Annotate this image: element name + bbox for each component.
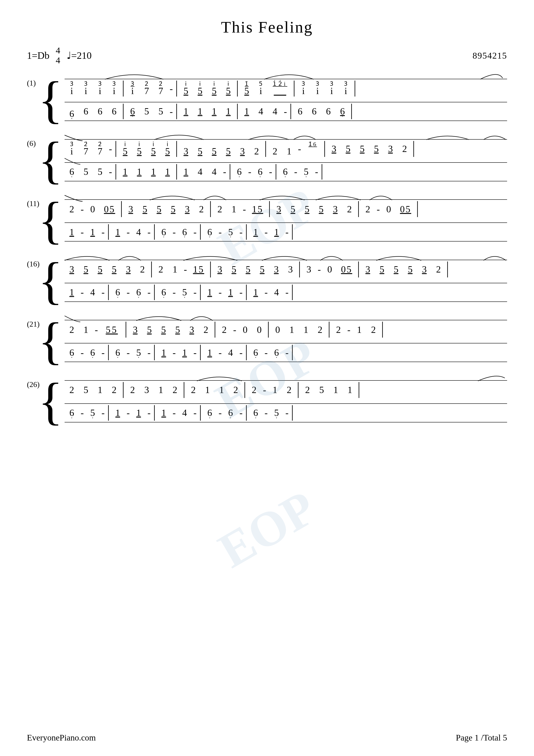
dash-s5-u3: - [347, 324, 350, 335]
note-s4-u10: 3 [214, 264, 226, 275]
note-s4-u12: 5 [242, 264, 254, 275]
note-s5-u4: 3 [129, 325, 141, 335]
dash-s2-l5: - [294, 166, 297, 177]
note-s4-l8: 1 [224, 287, 237, 297]
note-s3-u19: 2 [362, 204, 374, 214]
note-s3-l9: 1 [249, 227, 262, 237]
note-s4-u3: 5 [94, 264, 106, 275]
barline-s4-l3 [200, 284, 201, 300]
dash-s6-l6: - [193, 407, 196, 418]
note-s6-u3: 1 [94, 385, 106, 395]
brace-2: { [38, 139, 63, 182]
note-s1-u1: 3̇i [65, 81, 78, 96]
dash-s4-l2: - [101, 287, 105, 298]
dash-s6-l4: - [147, 407, 150, 418]
note-s4-l7: 1 [203, 287, 216, 297]
barline-s5-l3 [200, 345, 201, 360]
note-s2-u2: 2̇7 [80, 141, 92, 156]
barline-s2-4 [324, 141, 325, 157]
barline-s5-2 [215, 322, 215, 338]
note-s6-u1: 2 [65, 385, 78, 395]
barline-s4-2 [210, 261, 211, 278]
slur-s6-1 [197, 373, 242, 382]
dash-s5-l4: - [147, 347, 150, 358]
note-s2-l11: 6· [233, 167, 245, 177]
note-s2-u20: 5 [370, 144, 382, 154]
system-6: (26) { 2 5 1 [27, 380, 507, 423]
system-2: (6) { 3̇i 2̇7 [27, 139, 507, 182]
system-4-lower: 1 - 4 - 6· - 6· - 6· - 5· - [64, 283, 507, 302]
brace-4: { [38, 260, 63, 302]
note-s2-l8: 1 [180, 167, 192, 177]
note-s4-u11: 5 [228, 264, 240, 275]
barline-s5-lend [292, 345, 293, 360]
system-3-upper: 2 - 0 05 3 5 5 5 3 2 2 1 - [64, 199, 507, 218]
tempo: ♩=210 [66, 50, 92, 61]
dash-s3-u2: - [243, 204, 246, 215]
dash-s6-u1: - [263, 385, 266, 395]
dash-s4-l3: - [126, 287, 130, 298]
note-s3-u15: 5 [301, 204, 313, 214]
note-s6-l7: 6· [203, 408, 216, 418]
dash-s5-l9: - [265, 347, 267, 358]
note-s1-u10: i̇5 [208, 81, 220, 96]
barline-s6-l3 [200, 405, 201, 421]
note-s6-u13: 2 [248, 385, 260, 395]
dash-s3-l3: - [126, 227, 130, 237]
note-s3-u16: 5 [315, 204, 327, 214]
note-s2-u8: 3 [180, 141, 192, 156]
note-s6-u16: 2 [301, 385, 314, 395]
dash-s4-l6: - [193, 287, 196, 298]
barline-s6-2 [184, 382, 184, 398]
note-s3-u13: 3 [272, 204, 285, 214]
note-s2-u16-group: 1̇6 [304, 141, 321, 156]
key-signature: 1=Db [27, 50, 50, 61]
note-s3-u6: 5 [153, 204, 165, 214]
note-s5-l8: 4 [224, 347, 237, 358]
system-3-lower: 1 - 1 - 1 - 4 - 6· - 6· - [64, 223, 507, 242]
dash-s3-l1: - [81, 227, 84, 237]
note-s6-u9: 2 [187, 385, 199, 395]
note-s4-u19: 3 [362, 264, 374, 275]
footer-left: EveryonePiano.com [27, 733, 96, 742]
barline-s3-l2 [154, 224, 155, 240]
slur-partial-2l [64, 156, 80, 165]
note-s5-u11: 0 [239, 325, 251, 335]
note-s1-l6: 5 [140, 106, 153, 117]
system-4: (16) { [27, 260, 507, 302]
note-s1-u11: i̇5 [222, 81, 234, 96]
note-s6-l9: 6· [249, 408, 262, 418]
note-s4-u21: 5 [390, 264, 402, 275]
note-s2-l5: 1 [133, 167, 145, 177]
dash-s2-l1: - [109, 166, 112, 177]
dash-s4-l8: - [239, 287, 242, 298]
system-5: (21) { 2 [27, 320, 507, 362]
note-s1-l13: 4 [255, 106, 267, 117]
note-s5-u2: 1 [80, 325, 92, 335]
dash-s1-u1: - [169, 83, 173, 94]
note-s5-u12: 0 [253, 325, 265, 335]
note-s2-l1: 6· [65, 167, 78, 177]
system-number-6: (26) [27, 380, 40, 389]
slur-arc-1 [105, 71, 163, 80]
barline-s1-4 [294, 81, 294, 96]
note-s2-u5: i̇5 [133, 141, 145, 156]
barline-s5-end [382, 322, 383, 338]
note-s1-u2: 3̇i [80, 81, 92, 96]
dash-s3-l9: - [265, 227, 267, 237]
barline-s1-l1 [123, 104, 124, 119]
barline-s4-l2 [154, 284, 155, 300]
barline-s2-l3 [230, 164, 230, 179]
note-s6-l2: 5· [86, 408, 99, 418]
slur-s3-4 [316, 193, 361, 201]
note-s1-u7: 2̇7 [155, 81, 167, 96]
slur-arc-2-2 [248, 133, 289, 141]
note-s5-l5: 1 [158, 347, 170, 358]
note-s4-u4: 5 [108, 264, 120, 275]
note-s4-u17: 0 [323, 264, 336, 275]
barline-s4-3 [299, 261, 300, 278]
note-s1-u5: 3̇i [126, 81, 139, 96]
barline-s5-l4 [246, 345, 247, 360]
slur-arc-2-3 [293, 133, 316, 141]
note-s1-l5: 6· [126, 106, 139, 117]
